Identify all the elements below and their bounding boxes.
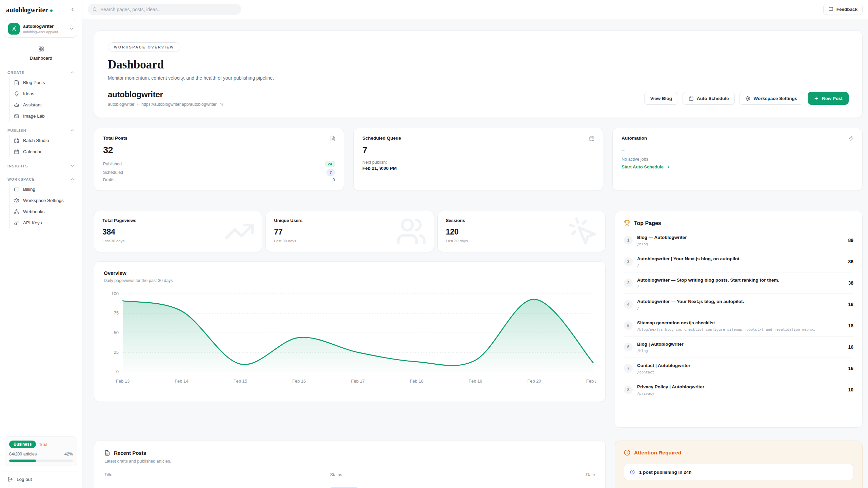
top-page-title: Blog — Autoblogwriter [637,235,841,240]
blog-name: autoblogwriter [108,90,223,99]
workspace-settings-button[interactable]: Workspace Settings [739,92,803,105]
bot-icon [14,102,19,108]
feedback-button[interactable]: Feedback [823,4,863,15]
lightbulb-icon [14,91,19,97]
sidebar-collapse-button[interactable] [69,7,76,14]
top-page-views: 18 [848,323,853,328]
sidebar-item-billing[interactable]: Billing [11,184,77,195]
top-page-row[interactable]: 3Autoblogwriter — Stop writing blog post… [624,272,853,293]
search-icon [92,7,97,12]
auto-schedule-button[interactable]: Auto Schedule [683,92,735,105]
section-items-publish: Batch StudioCalendar [9,135,77,157]
top-page-path: /privacy [637,391,841,395]
analytics-and-chart: Total Pageviews384Last 30 daysUnique Use… [94,211,606,402]
section-items-create: Blog PostsIdeasAssistantImage Lab [9,77,77,122]
svg-text:Feb 13: Feb 13 [116,379,130,384]
top-page-row[interactable]: 5Sitemap generation nextjs checklist/blo… [624,315,853,336]
webhook-icon [14,209,19,215]
page-title: Dashboard [108,58,849,72]
sidebar-item-webhooks[interactable]: Webhooks [11,206,77,217]
top-page-views: 89 [848,238,853,243]
sidebar-item-label: API Keys [23,220,42,225]
section-label: PUBLISH [7,128,26,133]
feedback-label: Feedback [836,7,857,12]
scheduled-queue-card: Scheduled Queue 7 Next publish: Feb 21, … [353,128,604,191]
sidebar-item-api-keys[interactable]: API Keys [11,217,77,228]
button-label: Auto Schedule [697,96,729,101]
sidebar-item-dashboard[interactable]: Dashboard [5,43,77,64]
new-post-button[interactable]: New Post [808,92,849,105]
stat-breakdown-row: Published24 [103,160,335,168]
top-page-path: /blog/nextjs-blog-cms-checklist-configur… [637,327,841,331]
button-label: Workspace Settings [753,96,797,101]
start-auto-schedule-link[interactable]: Start Auto Schedule [622,164,670,169]
workspace-overview-badge: WORKSPACE OVERVIEW [108,42,180,52]
top-page-row[interactable]: 4Autoblogwriter — Your Next.js blog, on … [624,293,853,315]
attention-required-card: Attention Required 1 post publishing in … [615,441,863,488]
view-blog-button[interactable]: View Blog [644,92,678,105]
page-subtitle: Monitor momentum, content velocity, and … [108,75,849,81]
top-page-row[interactable]: 2Autoblogwriter | Your Next.js blog, on … [624,251,853,272]
stat-breakdown-label: Scheduled [103,170,123,175]
sidebar-section-create[interactable]: CREATE [5,67,77,77]
sidebar-section-publish[interactable]: PUBLISH [5,125,77,135]
sidebar-section-insights[interactable]: INSIGHTS [5,161,77,170]
top-page-body: Autoblogwriter — Your Next.js blog, on a… [637,299,841,310]
top-page-row[interactable]: 7Contact | Autoblogwriter/contact16 [624,358,853,379]
rank-badge: 8 [624,385,633,394]
sidebar-item-image-lab[interactable]: Image Lab [11,110,77,122]
attention-item[interactable]: 1 post publishing in 24h [624,464,853,480]
top-pages-card: Top Pages 1Blog — Autoblogwriter/blog892… [615,211,863,428]
top-page-title: Blog | Autoblogwriter [637,342,841,347]
top-page-views: 38 [848,280,853,286]
top-pages-title: Top Pages [634,220,661,226]
sidebar-item-assistant[interactable]: Assistant [11,99,77,110]
blog-identity: autoblogwriter autoblogwriter • https://… [108,90,223,107]
plan-usage-row: 84/200 articles 42% [9,452,73,456]
sidebar-item-calendar[interactable]: Calendar [11,146,77,157]
stat-title: Total Posts [103,136,335,141]
sidebar-nav: DashboardCREATEBlog PostsIdeasAssistantI… [5,43,77,228]
logo-row: autoblogwriter [5,5,77,15]
sidebar-item-blog-posts[interactable]: Blog Posts [11,77,77,88]
analytics-row: Total Pageviews384Last 30 daysUnique Use… [94,211,606,252]
top-page-row[interactable]: 6Blog | Autoblogwriter/blog16 [624,336,853,358]
plan-percent: 42% [64,452,73,456]
stat-breakdown-label: Drafts [103,178,114,182]
workspace-url: autoblogwriter.app/aut... [23,30,66,34]
sidebar-section-workspace[interactable]: WORKSPACE [5,174,77,184]
section-label: WORKSPACE [7,177,35,181]
global-search[interactable] [88,4,241,15]
stats-row: Total Posts 32 Published24Scheduled7Draf… [94,128,863,191]
automation-caption: No active jobs [622,157,853,162]
sidebar-item-batch-studio[interactable]: Batch Studio [11,135,77,146]
recent-post-row[interactable]: Ship a Next.js blog with the AutoBlogWri… [104,481,595,488]
blog-url-link[interactable]: https://autoblogwriter.app/autoblogwrite… [141,102,217,107]
rank-badge: 7 [624,364,633,373]
plan-badge: Business [9,441,36,448]
sidebar-item-label: Dashboard [30,56,52,61]
sidebar-item-label: Image Lab [23,114,45,119]
top-page-views: 18 [848,302,853,307]
top-page-body: Autoblogwriter — Stop writing blog posts… [637,278,841,289]
top-page-views: 10 [848,387,853,392]
top-page-title: Privacy Policy | Autoblogwriter [637,384,841,389]
top-page-row[interactable]: 1Blog — Autoblogwriter/blog89 [624,230,853,251]
sidebar-item-workspace-settings[interactable]: Workspace Settings [11,195,77,206]
top-page-body: Blog | Autoblogwriter/blog [637,342,841,353]
plus-icon [814,96,819,101]
calendar-clock-icon [589,136,595,141]
file-text-icon [104,450,110,456]
search-input[interactable] [100,7,237,12]
content-scroll-area[interactable]: WORKSPACE OVERVIEW Dashboard Monitor mom… [82,19,868,488]
workspace-switcher[interactable]: autoblogwriter autoblogwriter.app/aut... [5,20,77,38]
column-header-status: Status [330,472,534,477]
topbar: Feedback [82,0,868,19]
sidebar-item-ideas[interactable]: Ideas [11,88,77,99]
workspace-logo-icon [11,26,17,32]
total-posts-value: 32 [103,145,335,156]
logout-icon [7,476,13,482]
top-page-row[interactable]: 8Privacy Policy | Autoblogwriter/privacy… [624,379,853,400]
attention-item-text: 1 post publishing in 24h [639,470,692,475]
logout-button[interactable]: Log out [5,471,77,485]
